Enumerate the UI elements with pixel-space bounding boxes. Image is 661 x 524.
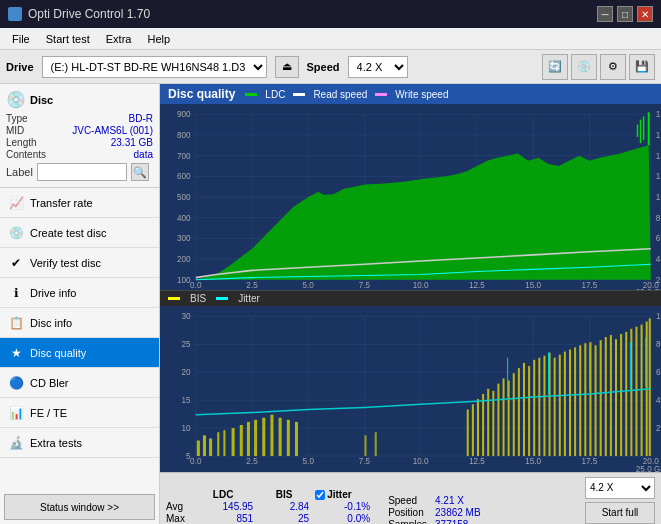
burn-button[interactable]: 💿: [571, 54, 597, 80]
menubar: File Start test Extra Help: [0, 28, 661, 50]
minimize-button[interactable]: ─: [597, 6, 613, 22]
svg-rect-97: [240, 425, 243, 456]
svg-rect-100: [262, 418, 265, 456]
settings-button[interactable]: ⚙: [600, 54, 626, 80]
titlebar-controls[interactable]: ─ □ ✕: [597, 6, 653, 22]
label-input[interactable]: [37, 163, 127, 181]
disc-title: Disc: [30, 94, 53, 106]
bottom-chart-panel: 30 25 20 15 10 5 10% 8% 6% 4% 2% 0.0 2.5…: [160, 306, 661, 472]
menu-file[interactable]: File: [4, 31, 38, 47]
sidebar-item-verify-test-disc[interactable]: ✔ Verify test disc: [0, 248, 159, 278]
svg-text:18X: 18X: [656, 110, 661, 119]
sidebar-item-fe-te[interactable]: 📊 FE / TE: [0, 398, 159, 428]
nav-label-fe-te: FE / TE: [30, 407, 67, 419]
svg-rect-129: [579, 345, 581, 456]
svg-rect-110: [482, 394, 484, 456]
svg-text:5.0: 5.0: [303, 281, 315, 290]
contents-label: Contents: [6, 149, 46, 160]
drive-toolbar: 🔄 💿 ⚙ 💾: [542, 54, 655, 80]
read-speed-legend-label: Read speed: [313, 89, 367, 100]
speed-stat-label: Speed: [388, 495, 427, 506]
sidebar-item-transfer-rate[interactable]: 📈 Transfer rate: [0, 188, 159, 218]
svg-text:25.0 GB: 25.0 GB: [636, 465, 661, 472]
label-search-button[interactable]: 🔍: [131, 163, 149, 181]
jitter-legend-label: Jitter: [238, 293, 260, 304]
position-stat-label: Position: [388, 507, 427, 518]
stats-grid: LDC BIS Jitter Avg 145.95 2.84 -0.1% Max…: [166, 489, 370, 524]
cd-bler-icon: 🔵: [8, 375, 24, 391]
svg-rect-103: [287, 420, 290, 456]
sidebar-item-cd-bler[interactable]: 🔵 CD Bler: [0, 368, 159, 398]
max-row-label: Max: [166, 513, 187, 524]
svg-rect-111: [487, 389, 489, 456]
drivebar: Drive (E:) HL-DT-ST BD-RE WH16NS48 1.D3 …: [0, 50, 661, 84]
svg-rect-143: [649, 318, 651, 456]
top-chart-svg: 900 800 700 600 500 400 300 200 100 18X …: [160, 104, 661, 290]
nav-label-extra-tests: Extra tests: [30, 437, 82, 449]
svg-rect-133: [600, 340, 602, 456]
test-speed-select[interactable]: 4.2 X 2.0 X 4.0 X 6.0 X: [585, 477, 655, 499]
stats-bar: LDC BIS Jitter Avg 145.95 2.84 -0.1% Max…: [160, 472, 661, 524]
svg-text:25.0 GB: 25.0 GB: [636, 288, 661, 290]
maximize-button[interactable]: □: [617, 6, 633, 22]
drive-label: Drive: [6, 61, 34, 73]
svg-text:0.0: 0.0: [190, 281, 202, 290]
length-value: 23.31 GB: [50, 137, 153, 148]
nav-label-cd-bler: CD Bler: [30, 377, 69, 389]
samples-stat-value: 377158: [435, 519, 481, 524]
svg-text:12X: 12X: [656, 172, 661, 181]
svg-rect-96: [232, 428, 235, 456]
svg-text:4%: 4%: [656, 396, 661, 405]
nav-label-verify-test-disc: Verify test disc: [30, 257, 101, 269]
svg-text:15: 15: [182, 396, 192, 405]
svg-text:16X: 16X: [656, 131, 661, 140]
type-value: BD-R: [50, 113, 153, 124]
stats-header-empty: [166, 489, 187, 500]
svg-rect-92: [203, 435, 206, 456]
close-button[interactable]: ✕: [637, 6, 653, 22]
sidebar-item-disc-quality[interactable]: ★ Disc quality: [0, 338, 159, 368]
bis-column-header: BIS: [259, 489, 309, 500]
svg-rect-91: [197, 441, 200, 457]
length-label: Length: [6, 137, 46, 148]
transfer-rate-icon: 📈: [8, 195, 24, 211]
menu-help[interactable]: Help: [139, 31, 178, 47]
svg-text:10%: 10%: [656, 312, 661, 321]
speed-select[interactable]: 4.2 X: [348, 56, 408, 78]
chart-header: Disc quality LDC Read speed Write speed: [160, 84, 661, 104]
ldc-column-header: LDC: [193, 489, 253, 500]
svg-rect-127: [569, 349, 571, 456]
menu-extra[interactable]: Extra: [98, 31, 140, 47]
svg-rect-126: [564, 352, 566, 457]
status-window-button[interactable]: Status window >>: [4, 494, 155, 520]
ldc-legend-color: [245, 93, 257, 96]
refresh-button[interactable]: 🔄: [542, 54, 568, 80]
svg-text:8%: 8%: [656, 340, 661, 349]
save-button[interactable]: 💾: [629, 54, 655, 80]
svg-text:10: 10: [182, 424, 192, 433]
drive-eject-button[interactable]: ⏏: [275, 56, 299, 78]
drive-select[interactable]: (E:) HL-DT-ST BD-RE WH16NS48 1.D3: [42, 56, 267, 78]
sidebar-item-extra-tests[interactable]: 🔬 Extra tests: [0, 428, 159, 458]
nav-label-transfer-rate: Transfer rate: [30, 197, 93, 209]
sidebar-item-create-test-disc[interactable]: 💿 Create test disc: [0, 218, 159, 248]
ldc-legend-label: LDC: [265, 89, 285, 100]
sidebar-item-drive-info[interactable]: ℹ Drive info: [0, 278, 159, 308]
jitter-checkbox[interactable]: [315, 490, 325, 500]
speed-label: Speed: [307, 61, 340, 73]
disc-info: Type BD-R MID JVC-AMS6L (001) Length 23.…: [6, 113, 153, 160]
disc-label-row: Label 🔍: [6, 163, 153, 181]
max-jitter-value: 0.0%: [315, 513, 370, 524]
svg-rect-94: [217, 432, 219, 456]
svg-text:10.0: 10.0: [413, 457, 429, 466]
svg-text:7.5: 7.5: [359, 281, 371, 290]
start-full-button[interactable]: Start full: [585, 502, 655, 524]
svg-rect-102: [279, 418, 282, 456]
write-speed-legend-label: Write speed: [395, 89, 448, 100]
max-ldc-value: 851: [193, 513, 253, 524]
disc-header: 💿 Disc: [6, 90, 153, 109]
menu-start-test[interactable]: Start test: [38, 31, 98, 47]
sidebar-item-disc-info[interactable]: 📋 Disc info: [0, 308, 159, 338]
svg-rect-135: [610, 335, 612, 456]
svg-text:12.5: 12.5: [469, 281, 485, 290]
